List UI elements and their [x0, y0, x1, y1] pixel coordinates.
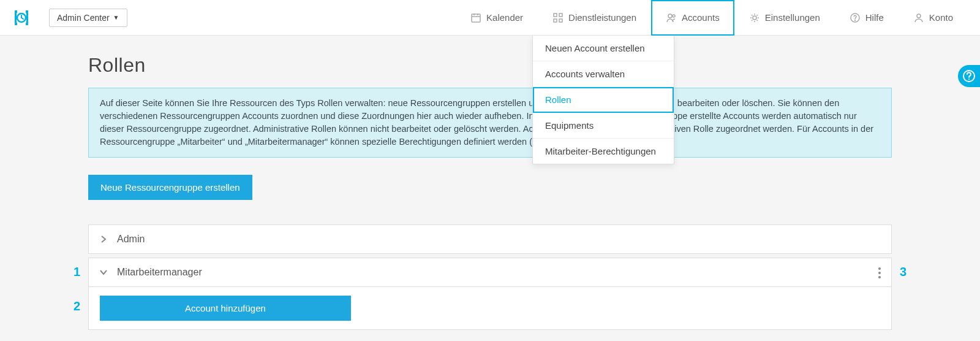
add-account-button[interactable]: Account hinzufügen — [100, 296, 351, 321]
svg-rect-0 — [15, 12, 17, 24]
nav-konto[interactable]: Konto — [899, 0, 968, 36]
topbar: Admin Center ▼ Kalender Dienstleistungen… — [0, 0, 980, 36]
dropdown-manage-accounts[interactable]: Accounts verwalten — [533, 61, 674, 87]
annotation-1: 1 — [74, 265, 80, 279]
dropdown-roles[interactable]: Rollen — [533, 87, 674, 113]
nav-einstellungen-label: Einstellungen — [765, 12, 820, 23]
nav-hilfe-label: Hilfe — [865, 12, 884, 23]
chevron-down-icon — [100, 269, 108, 276]
chevron-right-icon — [100, 236, 108, 243]
nav-accounts[interactable]: Accounts — [651, 0, 734, 36]
group-manager-body: Account hinzufügen — [89, 286, 891, 329]
group-admin-header[interactable]: Admin — [89, 225, 891, 253]
help-bubble[interactable] — [958, 65, 980, 87]
users-icon — [666, 12, 677, 23]
info-box: Auf dieser Seite können Sie Ihre Ressour… — [88, 88, 892, 158]
user-icon — [913, 12, 924, 23]
svg-rect-1 — [26, 12, 28, 24]
svg-rect-5 — [559, 13, 562, 17]
admin-center-dropdown[interactable]: Admin Center ▼ — [49, 9, 127, 27]
svg-point-8 — [668, 14, 672, 18]
group-manager: Mitarbeitermanager Account hinzufügen — [88, 258, 892, 330]
clock-logo-icon — [12, 9, 31, 27]
nav-einstellungen[interactable]: Einstellungen — [734, 0, 835, 36]
group-admin: Admin — [88, 224, 892, 254]
nav-hilfe[interactable]: Hilfe — [835, 0, 899, 36]
page-content: Rollen Auf dieser Seite können Sie Ihre … — [88, 36, 892, 330]
nav-kalender-label: Kalender — [486, 12, 523, 23]
nav-kalender[interactable]: Kalender — [456, 0, 538, 36]
svg-point-13 — [917, 14, 921, 18]
svg-point-15 — [878, 272, 881, 274]
app-logo — [12, 9, 31, 27]
calendar-icon — [470, 12, 481, 23]
svg-point-16 — [878, 276, 881, 278]
grid-icon — [552, 12, 564, 23]
nav-dienstleistungen-label: Dienstleistungen — [568, 12, 636, 23]
admin-center-label: Admin Center — [57, 13, 110, 23]
create-resource-group-button[interactable]: Neue Ressourcengruppe erstellen — [88, 175, 252, 200]
svg-rect-4 — [554, 13, 557, 17]
question-icon — [962, 69, 976, 83]
svg-rect-3 — [472, 14, 480, 22]
dropdown-employee-permissions[interactable]: Mitarbeiter-Berechtigungen — [533, 139, 674, 164]
svg-point-9 — [673, 15, 675, 17]
svg-point-18 — [968, 79, 970, 80]
annotation-3: 3 — [900, 265, 907, 279]
nav-konto-label: Konto — [929, 12, 953, 23]
nav-accounts-label: Accounts — [682, 12, 720, 23]
accounts-dropdown: Neuen Account erstellen Accounts verwalt… — [532, 36, 674, 164]
nav-dienstleistungen[interactable]: Dienstleistungen — [538, 0, 651, 36]
kebab-menu-icon[interactable] — [878, 267, 881, 282]
page-title: Rollen — [88, 54, 892, 77]
caret-down-icon: ▼ — [113, 14, 119, 21]
svg-rect-7 — [559, 19, 562, 22]
svg-point-14 — [878, 267, 881, 270]
help-icon — [850, 12, 861, 23]
dropdown-equipments[interactable]: Equipments — [533, 113, 674, 139]
dropdown-new-account[interactable]: Neuen Account erstellen — [533, 36, 674, 61]
main-nav: Kalender Dienstleistungen Accounts Einst… — [456, 0, 968, 36]
svg-rect-6 — [554, 19, 557, 22]
group-manager-label: Mitarbeitermanager — [117, 267, 202, 278]
annotation-2: 2 — [74, 299, 80, 313]
svg-point-10 — [753, 16, 756, 20]
group-admin-label: Admin — [117, 234, 145, 245]
gear-icon — [749, 12, 760, 23]
svg-point-12 — [854, 20, 855, 20]
group-manager-header[interactable]: Mitarbeitermanager — [89, 258, 891, 286]
